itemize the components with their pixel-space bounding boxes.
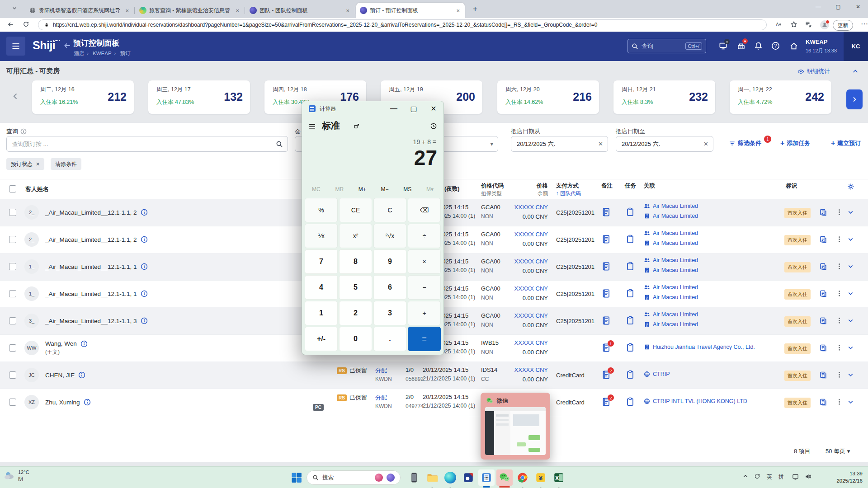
notes-icon[interactable]: 1 <box>601 343 611 352</box>
availability-card[interactable]: 周三, 12月 17入住率 47.83%132 <box>148 80 250 114</box>
chip-close-icon[interactable]: ✕ <box>36 161 40 167</box>
availability-card[interactable]: 周六, 12月 20入住率 14.62%216 <box>497 80 599 114</box>
bell-icon[interactable] <box>754 42 763 50</box>
related-link[interactable]: Air Macau Limited <box>644 213 698 219</box>
notes-icon[interactable] <box>601 235 611 244</box>
related-link[interactable]: Air Macau Limited <box>644 284 698 291</box>
audit-icon[interactable] <box>819 290 827 298</box>
guest-name[interactable]: _Air_Macau_Limited__12.1-1.1, 1 <box>45 263 137 270</box>
calc-key[interactable]: ⅟x <box>305 224 338 248</box>
related-link[interactable]: Air Macau Limited <box>644 267 698 273</box>
calc-key[interactable]: 3 <box>373 301 406 325</box>
availability-card[interactable]: 周日, 12月 21入住率 8.3%232 <box>613 80 715 114</box>
availability-card[interactable]: 周二, 12月 16入住率 16.21%212 <box>32 80 134 114</box>
finance-yen-icon[interactable]: ¥ <box>533 469 549 486</box>
assign-link[interactable]: 分配 <box>375 366 387 375</box>
tasks-icon[interactable] <box>626 316 635 325</box>
weather-widget[interactable]: 12°C阴 <box>4 469 29 483</box>
arrival-to-input[interactable]: 20/12/2025 六.✕ <box>616 136 713 152</box>
gear-icon[interactable] <box>847 183 854 190</box>
browser-tab[interactable]: 贵阳机场智选假日酒店系统网址导× <box>25 3 134 18</box>
ime-mode[interactable]: 拼 <box>778 473 784 481</box>
calc-key[interactable]: % <box>305 198 338 222</box>
kebab-menu-icon[interactable] <box>835 371 843 379</box>
info-icon[interactable] <box>141 263 148 270</box>
wechat-preview-popup[interactable]: 微信 <box>481 393 550 460</box>
guest-name[interactable]: CHEN, JIE <box>45 372 75 379</box>
cards-prev-icon[interactable] <box>11 92 20 101</box>
related-link[interactable]: Air Macau Limited <box>644 311 698 318</box>
assign-link[interactable]: 分配 <box>375 394 387 402</box>
expand-chevron-icon[interactable] <box>847 344 854 351</box>
detail-stats-link[interactable]: 明细统计 <box>797 67 830 75</box>
calculator-titlebar[interactable]: 计算器 — ▢ ✕ <box>302 101 443 116</box>
related-link[interactable]: Air Macau Limited <box>644 240 698 246</box>
cards-next-button[interactable] <box>846 89 863 109</box>
status-chip[interactable]: 预订状态✕ <box>6 158 44 170</box>
calc-key[interactable]: x² <box>339 224 372 248</box>
tasks-icon[interactable] <box>626 207 635 216</box>
back-arrow-icon[interactable] <box>63 42 71 50</box>
notes-icon[interactable] <box>601 262 611 271</box>
url-text[interactable]: https://cn1.web.ep.shiji.world/individua… <box>53 22 713 28</box>
calc-close-button[interactable]: ✕ <box>424 101 443 116</box>
notes-icon[interactable]: 2 <box>601 397 611 407</box>
calc-key[interactable]: 0 <box>339 327 372 351</box>
global-search-input[interactable]: 查询 Ctrl+/ <box>627 39 706 53</box>
chrome-icon[interactable] <box>514 469 531 486</box>
browser-update-button[interactable]: 更新 <box>833 20 853 31</box>
price[interactable]: XXXXX CNY <box>505 258 548 265</box>
home-icon[interactable] <box>789 42 798 51</box>
filter-button[interactable]: 筛选条件 <box>729 139 761 147</box>
kebab-menu-icon[interactable] <box>835 290 843 297</box>
history-icon[interactable] <box>429 122 437 130</box>
clear-icon[interactable]: ✕ <box>703 141 708 147</box>
calc-key[interactable]: ÷ <box>408 224 441 248</box>
tasks-icon[interactable] <box>626 262 635 271</box>
info-icon[interactable] <box>141 317 148 324</box>
row-checkbox[interactable] <box>9 317 16 324</box>
app-blue-red-icon[interactable] <box>460 469 476 486</box>
browser-tab[interactable]: 预订 - 预订控制面板× <box>356 3 465 18</box>
calc-key[interactable]: 2 <box>339 301 372 325</box>
notes-icon[interactable] <box>601 289 611 298</box>
calc-menu-icon[interactable] <box>308 122 316 130</box>
property-code[interactable]: KWEAP <box>806 38 827 45</box>
guest-name[interactable]: _Air_Macau_Limited__12.1-1.1, 1 <box>45 291 137 297</box>
guest-name[interactable]: Zhu, Xuming <box>45 399 80 406</box>
ime-language[interactable]: 英 <box>767 473 772 481</box>
related-link[interactable]: CTRIP <box>644 371 670 377</box>
taskbar-search[interactable]: 搜索 <box>307 470 401 485</box>
read-aloud-icon[interactable]: A <box>775 21 782 28</box>
calc-key[interactable]: 9 <box>373 249 406 274</box>
info-icon[interactable] <box>80 340 88 347</box>
calc-key[interactable]: CE <box>339 198 372 222</box>
related-link[interactable]: Air Macau Limited <box>644 321 698 328</box>
price[interactable]: XXXXX CNY <box>505 339 548 346</box>
table-row[interactable]: XZZhu, XumingPCRS已保留分配KWDN2/004977420/12… <box>0 389 868 416</box>
kebab-menu-icon[interactable] <box>835 235 843 243</box>
browser-back-icon[interactable] <box>7 21 14 28</box>
favorite-star-icon[interactable] <box>790 21 797 28</box>
edge-icon[interactable] <box>442 469 458 486</box>
expand-chevron-icon[interactable] <box>847 290 854 297</box>
calc-maximize-button[interactable]: ▢ <box>404 101 424 116</box>
kebab-menu-icon[interactable] <box>835 263 843 270</box>
speaker-icon[interactable] <box>805 473 811 480</box>
related-link[interactable]: Air Macau Limited <box>644 230 698 236</box>
kebab-menu-icon[interactable] <box>835 208 843 216</box>
create-reservation-button[interactable]: +建立预订 <box>831 139 861 147</box>
calc-key[interactable]: 7 <box>305 249 338 274</box>
collections-icon[interactable] <box>805 21 812 28</box>
keep-on-top-icon[interactable] <box>354 123 360 129</box>
audit-icon[interactable] <box>819 317 827 325</box>
col-group-code[interactable]: ↑ 团队代码 <box>556 190 581 197</box>
calc-key[interactable]: − <box>408 275 441 300</box>
calc-minimize-button[interactable]: — <box>384 101 404 116</box>
sync-icon[interactable] <box>754 473 760 479</box>
info-icon[interactable] <box>84 399 91 406</box>
screen-cast-icon[interactable] <box>792 473 799 480</box>
guest-name[interactable]: _Air_Macau_Limited__12.1-1.1, 2 <box>45 209 137 216</box>
clear-filters-chip[interactable]: 清除条件 <box>51 158 81 170</box>
audit-icon[interactable] <box>819 235 827 244</box>
